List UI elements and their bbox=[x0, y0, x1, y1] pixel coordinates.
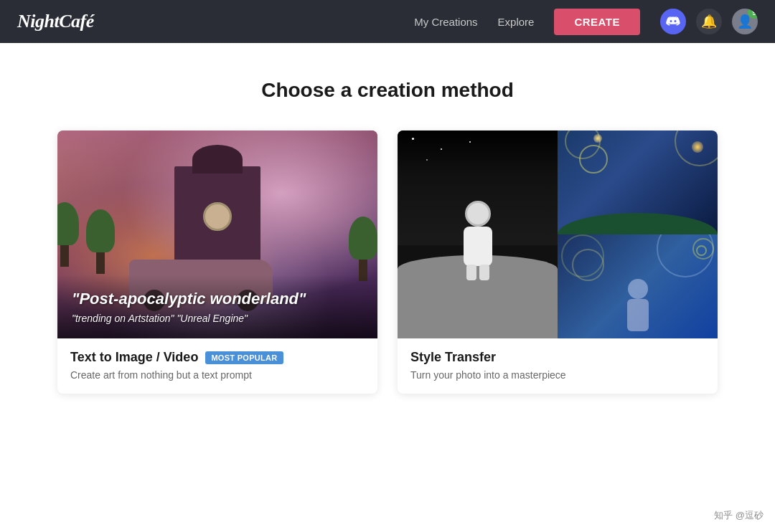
main-content: Choose a creation method "Post-apocalypt… bbox=[0, 43, 775, 532]
card-st-description: Turn your photo into a masterpiece bbox=[410, 369, 705, 381]
notification-badge: 9 bbox=[748, 9, 758, 19]
user-avatar[interactable]: 👤 9 bbox=[732, 9, 758, 34]
logo-text: NightCafé bbox=[17, 11, 94, 32]
card-tti-title: Text to Image / Video bbox=[70, 350, 198, 365]
logo[interactable]: NightCafé bbox=[17, 11, 94, 32]
astronaut-moon-panel bbox=[398, 130, 558, 338]
page-title: Choose a creation method bbox=[57, 79, 718, 102]
card-title-row: Text to Image / Video MOST POPULAR bbox=[70, 350, 365, 365]
header: NightCafé My Creations Explore CREATE 🔔 … bbox=[0, 0, 775, 43]
nav-my-creations[interactable]: My Creations bbox=[414, 16, 477, 28]
tti-main-quote: "Post-apocalyptic wonderland" bbox=[72, 289, 363, 310]
card-tti-description: Create art from nothing but a text promp… bbox=[70, 369, 365, 381]
create-button[interactable]: CREATE bbox=[554, 9, 640, 35]
card-text-to-image[interactable]: "Post-apocalyptic wonderland" "trending … bbox=[57, 130, 377, 394]
painted-astronaut bbox=[627, 289, 649, 331]
card-tti-info: Text to Image / Video MOST POPULAR Creat… bbox=[57, 338, 377, 394]
tti-sub-quote: "trending on Artstation" "Unreal Engine" bbox=[72, 313, 363, 324]
card-st-info: Style Transfer Turn your photo into a ma… bbox=[398, 338, 718, 394]
nav: My Creations Explore CREATE 🔔 👤 9 bbox=[414, 9, 758, 35]
header-icons: 🔔 👤 9 bbox=[660, 9, 758, 34]
tti-text-overlay: "Post-apocalyptic wonderland" "trending … bbox=[57, 275, 377, 338]
watermark: 知乎 @逗砂 bbox=[714, 509, 764, 522]
discord-icon[interactable] bbox=[660, 9, 686, 34]
notifications-icon[interactable]: 🔔 bbox=[696, 9, 722, 34]
starry-night-top bbox=[558, 130, 718, 234]
card-st-image bbox=[398, 130, 718, 338]
cards-grid: "Post-apocalyptic wonderland" "trending … bbox=[57, 130, 718, 394]
starry-night-bottom bbox=[558, 234, 718, 338]
card-style-transfer[interactable]: Style Transfer Turn your photo into a ma… bbox=[398, 130, 718, 394]
astronaut-figure bbox=[464, 214, 492, 266]
popular-badge: MOST POPULAR bbox=[205, 351, 283, 364]
nav-explore[interactable]: Explore bbox=[498, 16, 535, 28]
moon-surface bbox=[398, 255, 558, 338]
card-st-title-row: Style Transfer bbox=[410, 350, 705, 365]
card-tti-image: "Post-apocalyptic wonderland" "trending … bbox=[57, 130, 377, 338]
clock-decoration bbox=[203, 202, 232, 231]
card-st-title: Style Transfer bbox=[410, 350, 496, 365]
